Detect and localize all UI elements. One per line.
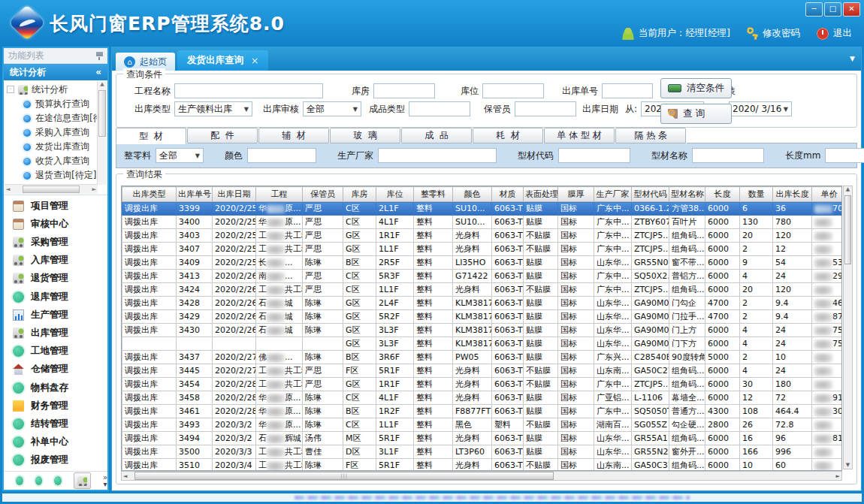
table-cell[interactable]: 3407 bbox=[177, 243, 213, 256]
sidebar-item-14[interactable]: 补单中心 bbox=[4, 433, 107, 451]
minimize-button[interactable]: ─ bbox=[805, 2, 823, 17]
table-cell[interactable]: 整料 bbox=[414, 378, 453, 391]
order-no-input[interactable] bbox=[602, 83, 653, 98]
table-cell[interactable]: 6063-T5 bbox=[492, 324, 524, 337]
column-header[interactable]: 工程 bbox=[256, 187, 303, 202]
table-cell[interactable]: F8877FT bbox=[453, 405, 492, 418]
table-cell[interactable]: C区 bbox=[343, 283, 376, 297]
table-cell[interactable]: D区 bbox=[343, 445, 376, 459]
table-cell[interactable]: LT3P60 bbox=[453, 445, 492, 459]
table-cell[interactable]: 6063-T5 bbox=[492, 297, 524, 310]
table-cell[interactable]: 贴膜 bbox=[524, 445, 558, 459]
table-cell[interactable]: 2L4F bbox=[376, 297, 414, 310]
table-cell[interactable]: 勾企硬... bbox=[669, 418, 705, 432]
table-cell[interactable]: 国标 bbox=[558, 243, 594, 256]
table-cell[interactable]: C区 bbox=[343, 418, 376, 432]
table-cell[interactable]: 严思 bbox=[303, 229, 343, 243]
sidebar-item-1[interactable]: 项目管理 bbox=[4, 197, 107, 215]
table-cell[interactable]: 6063-T5 bbox=[492, 405, 524, 418]
table-cell[interactable]: 2020/2/25 bbox=[213, 256, 256, 270]
table-cell[interactable]: 1L1F bbox=[376, 418, 414, 432]
table-cell[interactable]: 3454 bbox=[177, 378, 213, 391]
table-row[interactable]: 调拨出库35002020/3/3工共工程曹佳D区3L1F整料LT3P606063… bbox=[122, 445, 843, 459]
table-cell[interactable]: 6000 bbox=[705, 243, 740, 256]
scroll-left-icon[interactable]: ◄ bbox=[6, 186, 10, 192]
table-cell[interactable]: 整料 bbox=[414, 445, 453, 459]
table-cell[interactable]: 96 bbox=[773, 432, 812, 445]
table-cell[interactable]: 调拨出库 bbox=[122, 297, 177, 310]
table-cell[interactable]: 3430 bbox=[177, 324, 213, 337]
table-cell[interactable] bbox=[256, 337, 303, 351]
table-cell[interactable]: 工共工程 bbox=[256, 378, 303, 391]
table-cell[interactable]: GA50C37 bbox=[632, 459, 669, 472]
table-cell[interactable]: 国标 bbox=[558, 216, 594, 229]
column-header[interactable]: 单价 bbox=[812, 187, 843, 202]
table-cell[interactable]: 华原... bbox=[256, 202, 303, 216]
table-cell[interactable]: 108 bbox=[740, 405, 773, 418]
table-cell[interactable]: 百叶片 bbox=[669, 216, 705, 229]
table-cell[interactable]: 4300 bbox=[705, 405, 740, 418]
table-cell[interactable]: 整料 bbox=[414, 229, 453, 243]
material-tab-2[interactable]: 配 件 bbox=[187, 128, 258, 143]
table-cell[interactable]: 门上方 bbox=[669, 324, 705, 337]
table-cell[interactable]: 国标 bbox=[558, 445, 594, 459]
table-cell[interactable]: 120 bbox=[773, 283, 812, 297]
sidebar-item-7[interactable]: 生产管理 bbox=[4, 306, 107, 324]
table-cell[interactable]: 黑色 bbox=[453, 418, 492, 432]
table-cell[interactable]: 3403 bbox=[177, 229, 213, 243]
column-header[interactable]: 出库日期 bbox=[213, 187, 256, 202]
table-cell[interactable]: 严思 bbox=[303, 216, 343, 229]
table-vertical-scrollbar[interactable]: ▲ ▼ bbox=[843, 186, 853, 469]
table-cell[interactable]: 6063-T5 bbox=[492, 391, 524, 405]
table-cell[interactable]: GR55A11 bbox=[632, 432, 669, 445]
table-cell[interactable]: 2020/2/28 bbox=[213, 405, 256, 418]
table-cell[interactable]: 国标 bbox=[558, 418, 594, 432]
table-cell[interactable]: 华原... bbox=[256, 391, 303, 405]
table-cell[interactable]: 山东华... bbox=[594, 432, 632, 445]
sidebar-item-15[interactable]: 报废管理 bbox=[4, 451, 107, 469]
column-header[interactable]: 表面处理 bbox=[524, 187, 558, 202]
table-cell[interactable]: 3458 bbox=[177, 391, 213, 405]
table-cell[interactable]: 国标 bbox=[558, 229, 594, 243]
table-cell[interactable]: 调拨出库 bbox=[122, 418, 177, 432]
table-cell[interactable]: 山东华... bbox=[594, 324, 632, 337]
table-cell[interactable]: 光身料 bbox=[453, 432, 492, 445]
scrollbar-thumb[interactable] bbox=[98, 90, 106, 137]
table-cell[interactable]: 整料 bbox=[414, 418, 453, 432]
table-cell[interactable]: 佛... bbox=[256, 351, 303, 364]
table-cell[interactable]: 山东南... bbox=[594, 364, 632, 378]
table-horizontal-scrollbar[interactable]: ◄ ||| ► bbox=[121, 471, 842, 481]
table-cell[interactable]: KLM3817 bbox=[453, 324, 492, 337]
table-cell[interactable]: 2020/3/4 bbox=[213, 459, 256, 472]
table-row[interactable]: 调拨出库34292020/2/26石城陈琳G区5R2F整料KLM38176063… bbox=[122, 310, 843, 324]
table-cell[interactable]: 60 bbox=[773, 459, 812, 472]
pin-icon[interactable] bbox=[96, 52, 103, 60]
table-cell[interactable]: C区 bbox=[343, 391, 376, 405]
keeper-input[interactable] bbox=[515, 101, 576, 116]
color-input[interactable] bbox=[247, 148, 316, 163]
table-cell[interactable]: 2 bbox=[740, 351, 773, 364]
table-cell[interactable]: 2020/2/25 bbox=[213, 229, 256, 243]
table-cell[interactable]: 组角码... bbox=[669, 459, 705, 472]
table-cell[interactable]: 6000 bbox=[705, 229, 740, 243]
table-cell[interactable]: 5R3F bbox=[376, 270, 414, 283]
table-cell[interactable]: 陈琳 bbox=[303, 324, 343, 337]
table-cell[interactable] bbox=[812, 364, 843, 378]
column-header[interactable]: 长度 bbox=[705, 187, 740, 202]
table-cell[interactable]: 广东中... bbox=[594, 283, 632, 297]
table-cell[interactable]: 广东中... bbox=[594, 378, 632, 391]
column-header[interactable]: 出库单号 bbox=[177, 187, 213, 202]
table-row[interactable]: 调拨出库34282020/2/26石城陈琳G区2L4F整料KLM38176063… bbox=[122, 297, 843, 310]
table-cell[interactable]: 窗不带... bbox=[669, 256, 705, 270]
table-cell[interactable]: 贴膜 bbox=[524, 202, 558, 216]
table-cell[interactable]: 广东中... bbox=[594, 270, 632, 283]
table-cell[interactable]: 2020/2/26 bbox=[213, 270, 256, 283]
table-cell[interactable]: 不贴膜 bbox=[524, 459, 558, 472]
table-cell[interactable]: 6000 bbox=[705, 337, 740, 351]
table-cell[interactable]: 广东中... bbox=[594, 216, 632, 229]
table-cell[interactable]: C区 bbox=[343, 202, 376, 216]
table-cell[interactable]: 2020/3/2 bbox=[213, 432, 256, 445]
table-cell[interactable]: GR55N26 bbox=[632, 445, 669, 459]
scroll-left-icon[interactable]: ◄ bbox=[123, 473, 127, 479]
table-cell[interactable]: 贴膜 bbox=[524, 391, 558, 405]
